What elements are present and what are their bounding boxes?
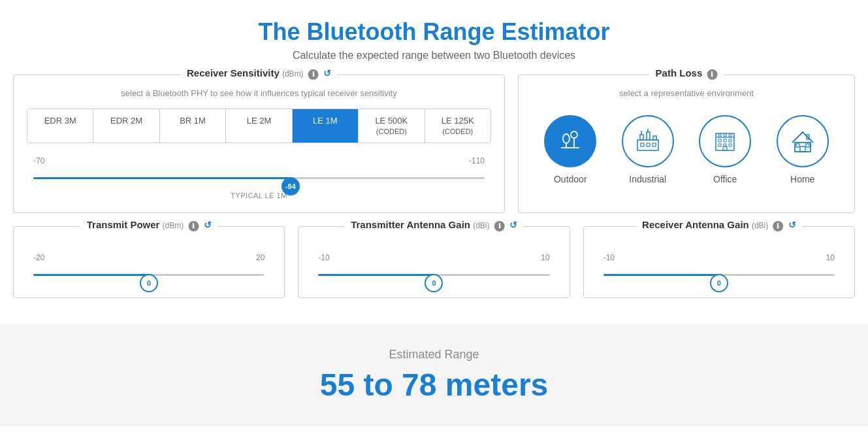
svg-rect-8 — [653, 136, 656, 140]
path-loss-info-icon[interactable]: ℹ — [707, 69, 717, 80]
transmit-power-thumb[interactable]: 0 — [140, 274, 158, 292]
transmitter-antenna-gain-info-icon[interactable]: ℹ — [494, 221, 505, 231]
receiver-sensitivity-label: Receiver Sensitivity — [187, 67, 280, 78]
home-icon — [787, 126, 818, 157]
svg-point-0 — [571, 131, 577, 138]
path-loss-panel: Path Loss ℹ select a representative envi… — [518, 75, 855, 213]
env-circle-home — [777, 115, 829, 167]
office-icon — [709, 126, 741, 157]
svg-rect-6 — [640, 135, 643, 140]
receiver-antenna-gain-track: 0 — [603, 274, 835, 276]
env-circle-office — [699, 115, 751, 167]
transmitter-antenna-gain-track: 0 — [318, 274, 549, 276]
phy-tab-edr3m[interactable]: EDR 3M — [27, 109, 93, 143]
phy-tab-le500k[interactable]: LE 500K(CODED) — [359, 109, 425, 143]
receiver-antenna-gain-reset-icon[interactable]: ↺ — [788, 220, 796, 230]
main-content: Receiver Sensitivity (dBm) ℹ ↺ select a … — [0, 75, 868, 324]
phy-tabs: EDR 3M EDR 2M BR 1M LE 2M LE 1M LE 500K(… — [27, 109, 491, 143]
svg-rect-15 — [724, 135, 726, 137]
receiver-sensitivity-info-icon[interactable]: ℹ — [308, 69, 319, 80]
transmitter-antenna-gain-slider[interactable]: 0 — [318, 265, 549, 284]
transmit-power-slider[interactable]: 0 — [33, 265, 265, 284]
svg-point-2 — [563, 134, 570, 143]
svg-rect-18 — [724, 139, 726, 142]
receiver-sensitivity-range-labels: -70 -110 — [33, 156, 485, 165]
receiver-sensitivity-min-label: -70 — [33, 156, 44, 165]
transmitter-antenna-gain-panel: Transmitter Antenna Gain (dBi) ℹ ↺ -10 1… — [298, 226, 570, 298]
receiver-antenna-gain-slider-container: -10 10 0 — [597, 253, 841, 284]
path-loss-description: select a representative environment — [532, 88, 841, 98]
env-circle-outdoor — [544, 115, 596, 167]
svg-rect-11 — [652, 143, 656, 146]
transmitter-antenna-gain-slider-container: -10 10 0 — [312, 253, 556, 284]
transmit-power-unit: (dBm) — [163, 221, 184, 230]
receiver-sensitivity-legend: Receiver Sensitivity (dBm) ℹ ↺ — [180, 67, 338, 80]
phy-tab-le2m[interactable]: LE 2M — [226, 109, 292, 143]
svg-rect-20 — [718, 144, 721, 146]
svg-rect-17 — [718, 139, 721, 142]
receiver-antenna-gain-unit: (dBi) — [752, 221, 768, 230]
page-header: The Bluetooth Range Estimator Calculate … — [0, 0, 868, 75]
svg-rect-23 — [723, 146, 727, 150]
receiver-sensitivity-fill — [33, 177, 291, 179]
receiver-sensitivity-description: select a Bluetooth PHY to see how it inf… — [27, 88, 491, 98]
receiver-sensitivity-thumb[interactable]: -94 — [281, 177, 300, 196]
receiver-antenna-gain-slider[interactable]: 0 — [603, 265, 835, 284]
receiver-sensitivity-slider[interactable]: -94 — [33, 168, 485, 188]
page-title: The Bluetooth Range Estimator — [13, 18, 855, 46]
transmitter-antenna-gain-legend: Transmitter Antenna Gain (dBi) ℹ ↺ — [344, 219, 524, 231]
receiver-antenna-gain-info-icon[interactable]: ℹ — [773, 221, 783, 231]
env-label-office: Office — [713, 174, 737, 184]
receiver-antenna-gain-range-labels: -10 10 — [603, 253, 835, 262]
env-item-industrial[interactable]: Industrial — [622, 115, 674, 184]
transmitter-antenna-gain-label: Transmitter Antenna Gain — [351, 219, 470, 230]
env-circle-industrial — [622, 115, 674, 167]
svg-rect-25 — [800, 146, 805, 152]
svg-rect-14 — [718, 135, 721, 137]
transmitter-antenna-gain-max-label: 10 — [541, 253, 549, 262]
env-item-outdoor[interactable]: Outdoor — [544, 115, 596, 184]
receiver-sensitivity-reset-icon[interactable]: ↺ — [323, 68, 331, 78]
outdoor-icon — [555, 126, 586, 157]
transmit-power-slider-container: -20 20 0 — [27, 253, 271, 284]
transmit-power-range-labels: -20 20 — [33, 253, 265, 262]
transmit-power-reset-icon[interactable]: ↺ — [204, 220, 212, 230]
transmit-power-panel: Transmit Power (dBm) ℹ ↺ -20 20 0 — [13, 226, 285, 298]
svg-rect-26 — [796, 144, 799, 147]
receiver-antenna-gain-panel: Receiver Antenna Gain (dBi) ℹ ↺ -10 10 0 — [583, 226, 855, 298]
receiver-sensitivity-max-label: -110 — [469, 156, 485, 165]
phy-tab-edr2m[interactable]: EDR 2M — [93, 109, 159, 143]
phy-tab-le125k[interactable]: LE 125K(CODED) — [425, 109, 490, 143]
receiver-antenna-gain-min-label: -10 — [603, 253, 615, 262]
receiver-antenna-gain-label: Receiver Antenna Gain — [642, 219, 749, 230]
transmit-power-track: 0 — [33, 274, 265, 276]
receiver-sensitivity-slider-label: TYPICAL LE 1M — [33, 192, 485, 199]
env-item-office[interactable]: Office — [699, 115, 751, 184]
receiver-sensitivity-slider-container: -70 -110 -94 TYPICAL LE 1M — [27, 156, 491, 199]
transmit-power-label: Transmit Power — [87, 219, 160, 230]
transmit-power-info-icon[interactable]: ℹ — [188, 221, 199, 231]
receiver-antenna-gain-thumb[interactable]: 0 — [710, 274, 728, 292]
svg-rect-16 — [729, 135, 731, 137]
path-loss-label: Path Loss — [656, 67, 703, 78]
transmitter-antenna-gain-thumb[interactable]: 0 — [425, 274, 443, 292]
receiver-antenna-gain-max-label: 10 — [826, 253, 835, 262]
svg-rect-19 — [729, 139, 731, 142]
svg-rect-7 — [647, 132, 650, 140]
phy-tab-br1m[interactable]: BR 1M — [160, 109, 226, 143]
transmit-power-fill — [33, 274, 149, 276]
phy-tab-le1m[interactable]: LE 1M — [293, 109, 359, 143]
estimated-range-value: 55 to 78 meters — [13, 367, 855, 403]
svg-rect-21 — [724, 144, 726, 146]
env-item-home[interactable]: Home — [777, 115, 829, 184]
transmitter-antenna-gain-reset-icon[interactable]: ↺ — [509, 220, 517, 230]
receiver-antenna-gain-legend: Receiver Antenna Gain (dBi) ℹ ↺ — [635, 219, 803, 231]
transmitter-antenna-gain-fill — [318, 274, 434, 276]
top-row: Receiver Sensitivity (dBm) ℹ ↺ select a … — [13, 75, 855, 213]
bottom-row: Transmit Power (dBm) ℹ ↺ -20 20 0 — [13, 226, 855, 298]
receiver-sensitivity-panel: Receiver Sensitivity (dBm) ℹ ↺ select a … — [13, 75, 505, 213]
transmitter-antenna-gain-unit: (dBi) — [473, 221, 489, 230]
environment-icons: Outdoor — [532, 109, 841, 191]
page-subtitle: Calculate the expected range between two… — [13, 50, 855, 61]
env-label-outdoor: Outdoor — [554, 174, 587, 184]
